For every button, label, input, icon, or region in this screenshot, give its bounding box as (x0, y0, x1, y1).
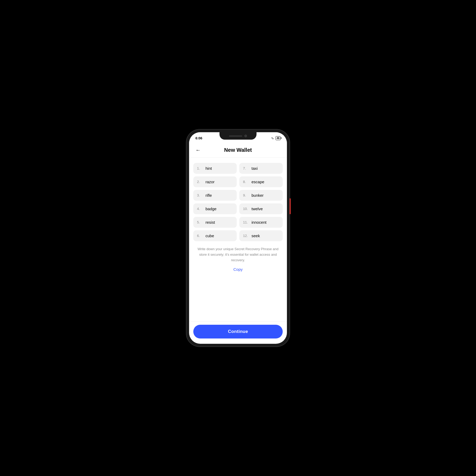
back-button[interactable]: ← (194, 146, 202, 154)
word-item-2: 2. razor (193, 176, 237, 187)
word-text-8: escape (251, 180, 264, 184)
word-text-1: hint (205, 166, 212, 171)
phone-screen: 6:06 ∿ 46 ← New Wallet 1. hint (189, 132, 287, 344)
status-bar: 6:06 ∿ 46 (189, 132, 287, 144)
recovery-phrase-description: Write down your unique Secret Recovery P… (193, 246, 283, 263)
word-text-7: taxi (251, 166, 258, 171)
battery-level: 46 (277, 137, 280, 140)
word-text-3: rifle (205, 193, 212, 198)
main-content: 1. hint 7. taxi 2. razor 8. escape (189, 158, 287, 321)
word-text-5: resist (205, 220, 215, 225)
word-item-7: 7. taxi (239, 163, 283, 174)
word-number-4: 4. (197, 207, 203, 211)
word-number-10: 10. (243, 207, 249, 211)
status-icons: ∿ 46 (271, 136, 281, 140)
word-number-7: 7. (243, 166, 249, 170)
word-text-11: innocent (251, 220, 267, 225)
word-number-8: 8. (243, 180, 249, 184)
word-number-3: 3. (197, 193, 203, 197)
word-item-6: 6. cube (193, 230, 237, 241)
word-number-12: 12. (243, 234, 249, 238)
word-text-6: cube (205, 234, 214, 238)
battery-indicator: 46 (276, 136, 281, 140)
notch (219, 132, 257, 140)
word-text-9: bunker (251, 193, 264, 198)
word-item-3: 3. rifle (193, 190, 237, 201)
copy-button[interactable]: Copy (193, 267, 283, 272)
word-number-11: 11. (243, 220, 249, 224)
word-item-8: 8. escape (239, 176, 283, 187)
bottom-area: Continue (189, 321, 287, 344)
word-item-10: 10. twelve (239, 203, 283, 214)
status-time: 6:06 (195, 136, 202, 140)
seed-phrase-grid: 1. hint 7. taxi 2. razor 8. escape (193, 163, 283, 241)
page-title: New Wallet (224, 147, 252, 153)
phone-device: 6:06 ∿ 46 ← New Wallet 1. hint (186, 130, 290, 346)
app-header: ← New Wallet (189, 144, 287, 158)
word-number-1: 1. (197, 166, 203, 170)
word-item-4: 4. badge (193, 203, 237, 214)
word-text-4: badge (205, 207, 217, 211)
word-number-5: 5. (197, 220, 203, 224)
word-text-2: razor (205, 180, 214, 184)
word-item-12: 12. seek (239, 230, 283, 241)
word-number-6: 6. (197, 234, 203, 238)
word-number-2: 2. (197, 180, 203, 184)
word-number-9: 9. (243, 193, 249, 197)
notch-speaker (229, 135, 242, 137)
word-item-1: 1. hint (193, 163, 237, 174)
wifi-icon: ∿ (271, 136, 274, 140)
word-text-10: twelve (251, 207, 263, 211)
word-item-9: 9. bunker (239, 190, 283, 201)
word-item-11: 11. innocent (239, 217, 283, 228)
word-item-5: 5. resist (193, 217, 237, 228)
continue-button[interactable]: Continue (193, 325, 283, 338)
word-text-12: seek (251, 234, 260, 238)
notch-camera (244, 135, 247, 137)
